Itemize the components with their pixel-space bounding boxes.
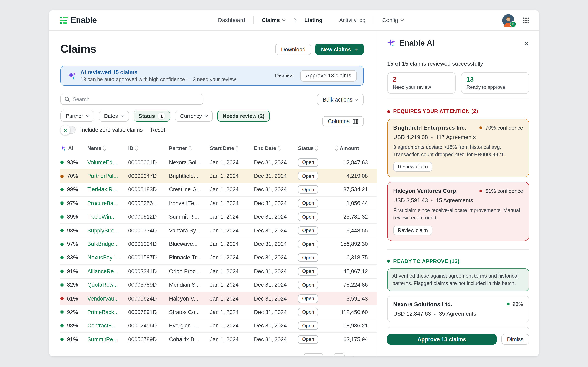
claim-name-link[interactable]: AllianceRe... — [87, 268, 118, 275]
stat-need-review[interactable]: 2 Need your review — [387, 72, 456, 94]
stat-ready-approve[interactable]: 13 Ready to approve — [461, 72, 529, 94]
table-row[interactable]: 89% TradeWin... 00000512D Summit Ri... J… — [61, 210, 377, 224]
panel-dismiss-button[interactable]: Dimiss — [501, 334, 529, 345]
claim-name-link[interactable]: ProcureBa... — [87, 200, 118, 206]
ai-confidence-value: 70% — [67, 173, 78, 179]
claim-id: 00056789D — [128, 336, 169, 342]
header-start-date[interactable]: Start Date — [210, 145, 254, 151]
claim-name-link[interactable]: BulkBridge... — [87, 241, 119, 247]
divider — [387, 249, 529, 249]
filter-currency[interactable]: Currency — [175, 110, 213, 122]
bulk-actions-button[interactable]: Bulk actions — [317, 94, 364, 105]
claim-amount: 18,936.21 — [336, 323, 368, 329]
review-summary: 15 of 15 claims reviewed successfully — [387, 60, 529, 67]
claim-name-link[interactable]: VendorVau... — [87, 295, 119, 301]
ai-confidence-value: 98% — [67, 323, 78, 329]
claim-amount: 4,219.08 — [336, 173, 368, 179]
panel-title: Enable AI — [399, 39, 434, 48]
table-row[interactable]: 97% ProcureBa... 00000256... Ironveil Te… — [61, 197, 377, 210]
reset-filters-link[interactable]: Reset — [151, 127, 165, 133]
claim-end-date: Dec 31, 2024 — [254, 200, 298, 206]
status-badge: Open — [298, 267, 318, 276]
table-row[interactable]: 82% QuotaRew... 00003789D Meridian S... … — [61, 278, 377, 292]
header-id[interactable]: ID — [128, 145, 169, 151]
brand-logo[interactable]: Enable — [60, 16, 97, 25]
table-row[interactable]: 97% BulkBridge... 00001024D Bluewave... … — [61, 238, 377, 251]
claim-id: 00000047D — [128, 173, 169, 179]
search-input[interactable] — [73, 96, 199, 102]
claim-start-date: Jan 1, 2024 — [210, 173, 254, 179]
table-row[interactable]: 93% VolumeEd... 00000001D Nexora Sol... … — [61, 156, 377, 169]
table-row[interactable]: 83% NexusPay I... 00001587D Pinnacle Tr.… — [61, 251, 377, 265]
table-row[interactable]: 93% SupplyStre... 00000734D Vantara Sy..… — [61, 224, 377, 238]
claim-name-link[interactable]: TradeWin... — [87, 214, 116, 220]
header-ai[interactable]: AI — [61, 145, 87, 151]
nav-config[interactable]: Config — [382, 17, 403, 23]
ai-finding-description: 3 agreements deviate >18% from historica… — [393, 143, 523, 158]
claim-name-link[interactable]: PartnerPul... — [87, 173, 118, 179]
claim-name-link[interactable]: NexusPay I... — [87, 255, 120, 261]
claim-id: 00003789D — [128, 282, 169, 288]
banner-text: AI reviewed 15 claims 13 can be auto-app… — [80, 69, 237, 82]
claim-name-link[interactable]: ContractE... — [87, 323, 117, 329]
chevron-down-icon — [121, 114, 124, 117]
claim-amount: 78,224.86 — [336, 282, 368, 288]
filter-partner[interactable]: Partner — [61, 110, 94, 122]
nav-claims[interactable]: Claims — [262, 17, 285, 23]
table-row[interactable]: 98% ContractE... 00012456D Everglen I...… — [61, 319, 377, 333]
confidence-dot-icon — [61, 188, 64, 191]
table-row[interactable]: 91% AllianceRe... 00002341D Orion Proc..… — [61, 265, 377, 278]
banner-dismiss-button[interactable]: Dismiss — [275, 73, 294, 79]
header-name[interactable]: Name — [87, 145, 128, 151]
confidence: 93% — [507, 301, 523, 307]
nav-dashboard[interactable]: Dashboard — [218, 17, 245, 23]
apps-grid-icon[interactable] — [523, 17, 529, 24]
header-partner[interactable]: Partner — [169, 145, 210, 151]
claim-name-link[interactable]: QuotaRew... — [87, 282, 118, 288]
filter-dates[interactable]: Dates — [99, 110, 129, 122]
ai-confidence-value: 83% — [67, 255, 78, 261]
nav-listing[interactable]: Listing — [304, 17, 323, 23]
search-box[interactable] — [61, 94, 203, 105]
header-end-date[interactable]: End Date — [254, 145, 298, 151]
table-row[interactable]: 70% PartnerPul... 00000047D Brightfield.… — [61, 169, 377, 183]
claim-name-link[interactable]: TierMax R... — [87, 187, 117, 193]
confidence-value: 93% — [512, 301, 523, 307]
page-size-select[interactable]: 15 — [304, 353, 323, 356]
user-avatar[interactable]: G — [502, 14, 515, 26]
ready-card[interactable]: Nexora Solutions Ltd. 93% USD 12,847.633… — [387, 296, 529, 322]
table-row[interactable]: 61% VendorVau... 00005624D Halcyon V... … — [61, 292, 377, 306]
claim-amount: 156,892.30 — [336, 241, 368, 247]
nav-activity-log[interactable]: Activity log — [339, 17, 365, 23]
review-claim-button[interactable]: Review claim — [393, 162, 432, 172]
filter-status[interactable]: Status1 — [133, 110, 170, 122]
filter-needs-review[interactable]: Needs review (2) — [217, 110, 270, 122]
table-row[interactable]: 92% PrimeBack... 00007891D Stratos Co...… — [61, 306, 377, 319]
claim-id: 00005624D — [128, 295, 169, 301]
review-claim-button[interactable]: Review claim — [393, 225, 432, 235]
table-row[interactable]: 91% SummitRe... 00056789D Cobaltix B... … — [61, 333, 377, 346]
banner-approve-button[interactable]: Approve 13 claims — [300, 70, 357, 81]
close-icon[interactable]: × — [524, 39, 529, 48]
next-page-icon[interactable]: › — [375, 355, 377, 356]
claim-partner: Bluewave... — [169, 241, 210, 247]
claim-name-link[interactable]: SummitRe... — [87, 336, 118, 342]
approve-all-button[interactable]: Approve 13 claims — [387, 334, 496, 345]
claim-start-date: Jan 1, 2024 — [210, 214, 254, 220]
header-amount[interactable]: Amount — [336, 145, 368, 151]
header-status[interactable]: Status — [298, 145, 336, 151]
claim-start-date: Jan 1, 2024 — [210, 323, 254, 329]
download-button[interactable]: Download — [275, 44, 311, 55]
claim-name-link[interactable]: VolumeEd... — [87, 159, 117, 165]
claim-name-link[interactable]: PrimeBack... — [87, 309, 119, 315]
include-zero-value-toggle[interactable]: × — [61, 126, 76, 134]
claim-id: 00001587D — [128, 255, 169, 261]
previous-page-icon[interactable]: ‹ — [327, 355, 329, 356]
claim-name-link[interactable]: SupplyStre... — [87, 227, 119, 234]
table-row[interactable]: 99% TierMax R... 00000183D Crestline G..… — [61, 183, 377, 197]
confidence-dot-icon — [61, 174, 64, 178]
new-claims-button[interactable]: New claims+ — [315, 44, 364, 55]
sparkles-icon — [67, 71, 76, 80]
columns-button[interactable]: Columns — [322, 116, 364, 126]
current-page-box[interactable]: 1 — [333, 353, 345, 356]
